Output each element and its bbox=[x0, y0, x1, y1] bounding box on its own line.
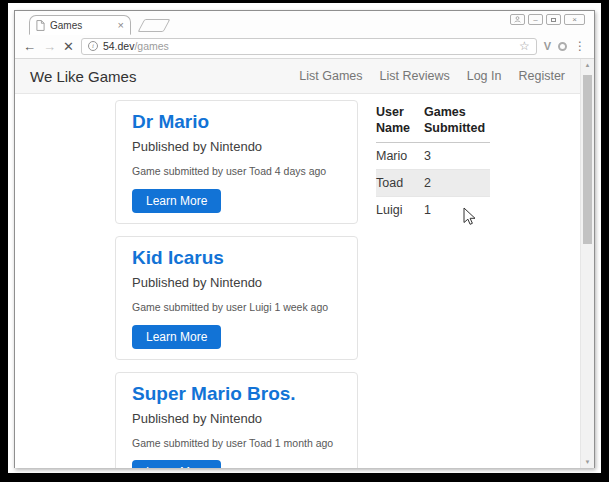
nav-link-register[interactable]: Register bbox=[518, 69, 565, 83]
mouse-cursor-icon bbox=[463, 207, 476, 226]
nav-link-list-games[interactable]: List Games bbox=[299, 69, 362, 83]
bookmark-star-icon[interactable]: ☆ bbox=[519, 40, 530, 52]
game-card-list: Dr Mario Published by Nintendo Game subm… bbox=[115, 100, 358, 468]
back-button[interactable]: ← bbox=[23, 40, 36, 53]
game-card: Super Mario Bros. Published by Nintendo … bbox=[115, 372, 358, 468]
url-host: 54.dev bbox=[103, 40, 135, 52]
game-submitted-note: Game submitted by user Luigi 1 week ago bbox=[132, 302, 341, 314]
chrome-menu-icon[interactable]: ⋮ bbox=[574, 40, 586, 52]
scroll-down-icon[interactable]: ▼ bbox=[581, 456, 594, 468]
learn-more-button[interactable]: Learn More bbox=[132, 189, 221, 213]
stats-table-column: User Name Games Submitted Mario 3 bbox=[376, 100, 564, 223]
scrollbar-thumb[interactable] bbox=[583, 75, 592, 244]
new-tab-button[interactable] bbox=[138, 19, 171, 32]
url-text: 54.dev/games bbox=[103, 40, 169, 52]
cell-count: 1 bbox=[424, 196, 490, 223]
stop-button[interactable]: ✕ bbox=[63, 40, 74, 53]
page-viewport: We Like Games List Games List Reviews Lo… bbox=[15, 59, 594, 468]
maximize-button[interactable] bbox=[546, 14, 561, 25]
cell-user: Luigi bbox=[376, 196, 424, 223]
page-content: We Like Games List Games List Reviews Lo… bbox=[15, 59, 580, 468]
game-submitted-note: Game submitted by user Toad 4 days ago bbox=[132, 166, 341, 178]
url-path: /games bbox=[134, 40, 168, 52]
table-row: Mario 3 bbox=[376, 142, 490, 169]
page-info-icon[interactable]: i bbox=[88, 41, 98, 51]
game-title-link[interactable]: Dr Mario bbox=[132, 112, 341, 132]
browser-window: Games × – × ← → ✕ i 54.dev/games ☆ bbox=[14, 10, 595, 468]
minimize-button[interactable]: – bbox=[528, 14, 543, 25]
game-publisher: Published by Nintendo bbox=[132, 412, 341, 426]
nav-links: List Games List Reviews Log In Register bbox=[299, 69, 565, 83]
forward-button[interactable]: → bbox=[43, 40, 56, 53]
table-header-row: User Name Games Submitted bbox=[376, 102, 490, 142]
game-publisher: Published by Nintendo bbox=[132, 276, 341, 290]
game-title-link[interactable]: Kid Icarus bbox=[132, 248, 341, 268]
game-card: Kid Icarus Published by Nintendo Game su… bbox=[115, 236, 358, 360]
nav-link-list-reviews[interactable]: List Reviews bbox=[380, 69, 450, 83]
person-icon bbox=[514, 16, 521, 23]
page-favicon-icon bbox=[36, 20, 45, 31]
learn-more-button[interactable]: Learn More bbox=[132, 460, 221, 468]
close-button[interactable]: × bbox=[564, 14, 585, 25]
page-scrollbar[interactable]: ▲ ▼ bbox=[580, 59, 594, 468]
site-brand[interactable]: We Like Games bbox=[30, 68, 136, 85]
site-navbar: We Like Games List Games List Reviews Lo… bbox=[15, 59, 580, 94]
tab-title: Games bbox=[50, 20, 113, 31]
game-card: Dr Mario Published by Nintendo Game subm… bbox=[115, 100, 358, 224]
learn-more-button[interactable]: Learn More bbox=[132, 325, 221, 349]
screenshot-matte: Games × – × ← → ✕ i 54.dev/games ☆ bbox=[8, 3, 601, 473]
game-title-link[interactable]: Super Mario Bros. bbox=[132, 384, 341, 404]
header-user-name: User Name bbox=[376, 102, 424, 142]
window-controls: – × bbox=[510, 14, 585, 25]
game-publisher: Published by Nintendo bbox=[132, 140, 341, 154]
profile-button[interactable] bbox=[510, 14, 525, 25]
address-bar[interactable]: i 54.dev/games ☆ bbox=[81, 38, 537, 55]
browser-tab-games[interactable]: Games × bbox=[29, 15, 131, 35]
main-row: Dr Mario Published by Nintendo Game subm… bbox=[15, 94, 580, 468]
tab-close-icon[interactable]: × bbox=[118, 20, 124, 31]
cell-user: Toad bbox=[376, 169, 424, 196]
cell-count: 3 bbox=[424, 142, 490, 169]
table-row: Toad 2 bbox=[376, 169, 490, 196]
extension-circle-icon[interactable] bbox=[558, 42, 567, 51]
tab-strip: Games × – × bbox=[15, 11, 594, 34]
game-submitted-note: Game submitted by user Toad 1 month ago bbox=[132, 438, 341, 450]
cell-user: Mario bbox=[376, 142, 424, 169]
extension-v-icon[interactable]: V bbox=[544, 41, 551, 52]
nav-link-log-in[interactable]: Log In bbox=[467, 69, 502, 83]
scroll-up-icon[interactable]: ▲ bbox=[581, 59, 594, 71]
browser-toolbar: ← → ✕ i 54.dev/games ☆ V ⋮ bbox=[15, 34, 594, 59]
maximize-icon bbox=[551, 18, 556, 22]
user-stats-table: User Name Games Submitted Mario 3 bbox=[376, 102, 490, 223]
header-games-submitted: Games Submitted bbox=[424, 102, 490, 142]
cell-count: 2 bbox=[424, 169, 490, 196]
